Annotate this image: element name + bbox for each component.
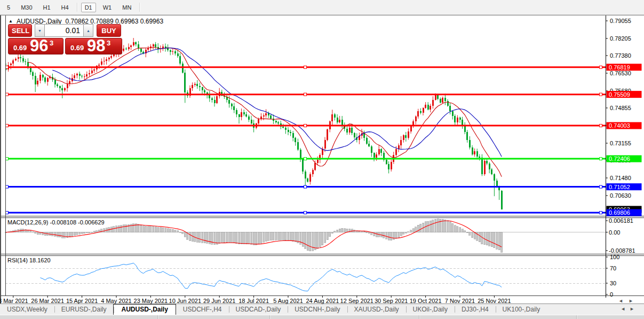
- svg-text:0.006181: 0.006181: [609, 217, 633, 224]
- svg-text:-0.008781: -0.008781: [609, 247, 635, 254]
- rsi-indicator-label: RSI(14) 18.1620: [7, 257, 51, 263]
- toolbar-separator: [77, 3, 78, 12]
- tab-xauusd-daily[interactable]: XAUUSD-,Daily: [347, 304, 406, 314]
- status-separator: [419, 315, 420, 319]
- status-separator: [576, 315, 577, 319]
- tab-audusd-daily[interactable]: AUDUSD-,Daily: [113, 304, 176, 315]
- timeframe-button-M30[interactable]: M30: [17, 3, 36, 12]
- svg-text:0.74003: 0.74003: [609, 122, 630, 129]
- svg-text:0.71480: 0.71480: [610, 175, 631, 181]
- price-chart-canvas[interactable]: 0.790550.782050.773800.765300.756800.748…: [1, 15, 644, 304]
- chart-window: 0.790550.782050.773800.765300.756800.748…: [0, 15, 644, 304]
- svg-text:0.76819: 0.76819: [609, 64, 630, 71]
- tab-scroll-arrows[interactable]: ◄►: [621, 304, 639, 312]
- timeframe-button-H1[interactable]: H1: [39, 3, 54, 12]
- timeframe-button-W1[interactable]: W1: [99, 3, 116, 12]
- svg-text:0.73155: 0.73155: [610, 140, 631, 146]
- lot-size-input[interactable]: [45, 24, 83, 37]
- buy-price-pip-digit: 3: [107, 39, 110, 47]
- svg-text:0.70630: 0.70630: [610, 192, 631, 199]
- one-click-trading-panel: SELL ▼ ▲ BUY 0.69 96 3 0.69 98 3: [8, 24, 123, 55]
- timeframe-toolbar: 5M30H1H4D1W1MN: [0, 0, 644, 15]
- scroll-right-icon[interactable]: ►: [629, 298, 639, 304]
- tab-usdx-weekly[interactable]: USDX,Weekly: [0, 304, 54, 314]
- macd-indicator-label: MACD(12,26,9) -0.008108 -0.006629: [7, 219, 105, 225]
- sell-button[interactable]: SELL: [8, 24, 32, 37]
- lot-decrease-button[interactable]: ▼: [35, 24, 45, 37]
- sell-price-prefix: 0.69: [13, 44, 27, 52]
- tab-dj30-h4[interactable]: DJ30-,H4: [455, 304, 496, 314]
- status-bar: [0, 315, 644, 319]
- toolbar-separator: [139, 3, 140, 12]
- svg-text:70: 70: [610, 265, 616, 271]
- buy-price-prefix: 0.69: [70, 44, 84, 52]
- timeframe-button-5[interactable]: 5: [3, 3, 14, 12]
- lot-size-stepper: ▼ ▲: [35, 24, 93, 37]
- svg-text:0.72406: 0.72406: [609, 155, 630, 162]
- svg-text:0.69806: 0.69806: [609, 209, 630, 216]
- timeframe-button-MN[interactable]: MN: [118, 3, 135, 12]
- tab-eurusd-daily[interactable]: EURUSD-,Daily: [54, 304, 114, 314]
- status-separator: [269, 315, 271, 319]
- tab-usdchf-h4[interactable]: USDCHF-,H4: [176, 304, 229, 314]
- chart-tab-bar: USDX,WeeklyEURUSD-,DailyAUDUSD-,DailyUSD…: [0, 304, 644, 315]
- sell-price-pip-digit: 3: [50, 39, 53, 47]
- tab-usdcad-daily[interactable]: USDCAD-,Daily: [229, 304, 288, 314]
- svg-text:0.77380: 0.77380: [610, 52, 631, 59]
- trading-platform-window: 5M30H1H4D1W1MN 0.790550.782050.773800.76…: [0, 0, 644, 319]
- tab-usdcnh-daily[interactable]: USDCNH-,Daily: [288, 304, 347, 314]
- lot-increase-button[interactable]: ▲: [83, 24, 93, 37]
- svg-text:0.00: 0.00: [609, 229, 620, 236]
- buy-price-panel[interactable]: 0.69 98 3: [65, 38, 122, 55]
- buy-button[interactable]: BUY: [97, 24, 121, 37]
- svg-text:100: 100: [610, 254, 619, 260]
- svg-text:0.74855: 0.74855: [610, 105, 631, 111]
- buy-price-big-digits: 98: [87, 36, 105, 56]
- timeframe-button-D1[interactable]: D1: [81, 3, 96, 12]
- timeframe-button-H4[interactable]: H4: [58, 3, 73, 12]
- svg-text:0.71052: 0.71052: [609, 184, 630, 190]
- svg-text:0.75509: 0.75509: [609, 91, 630, 98]
- svg-text:0.76530: 0.76530: [610, 70, 631, 76]
- status-separator: [157, 315, 158, 319]
- svg-text:0.78205: 0.78205: [610, 35, 631, 42]
- chevron-up-icon: ▲: [86, 29, 90, 33]
- svg-text:0: 0: [610, 291, 613, 298]
- svg-text:0.79055: 0.79055: [610, 18, 631, 24]
- sell-price-panel[interactable]: 0.69 96 3: [8, 38, 63, 55]
- collapse-triangle-icon[interactable]: ▲: [9, 19, 13, 24]
- chevron-down-icon: ▼: [38, 29, 42, 33]
- tab-uk100-daily[interactable]: UK100-,Daily: [496, 304, 547, 314]
- tab-ukoil-daily[interactable]: UKOil-,Daily: [406, 304, 455, 314]
- svg-text:30: 30: [610, 280, 616, 286]
- sell-price-big-digits: 96: [30, 36, 48, 56]
- scroll-left-icon[interactable]: ◄: [618, 298, 629, 304]
- chart-hscroll-arrows: ◄►: [618, 298, 639, 304]
- date-axis-label: 25 Nov 2021: [473, 298, 515, 304]
